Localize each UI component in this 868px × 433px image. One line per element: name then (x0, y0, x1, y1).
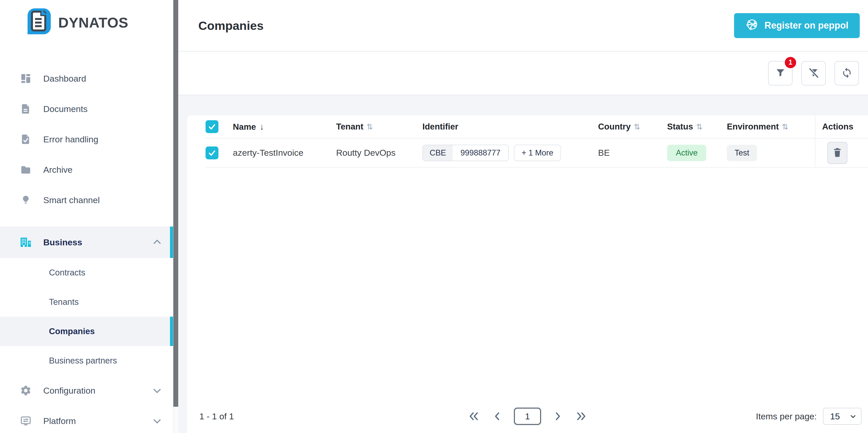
row-checkbox[interactable] (206, 146, 218, 159)
filter-icon (775, 67, 786, 79)
items-per-page-group: Items per page: 15 (756, 408, 862, 425)
row-checkbox-cell (206, 146, 233, 159)
sidebar-item-error-handling[interactable]: Error handling (0, 124, 173, 155)
sidebar-item-label: Smart channel (43, 195, 100, 205)
column-header-identifier: Identifier (423, 122, 598, 132)
sidebar-item-label: Contracts (49, 268, 85, 277)
column-header-country[interactable]: Country⇅ (598, 122, 667, 132)
sidebar-item-documents[interactable]: Documents (0, 94, 173, 124)
clear-filters-button[interactable] (801, 61, 826, 86)
sidebar-item-dashboard[interactable]: Dashboard (0, 63, 173, 94)
items-per-page-select-wrap: 15 (823, 408, 862, 425)
table-row: azerty-TestInvoice Routty DevOps CBE 999… (206, 138, 868, 168)
main-content: Companies Register on peppol (178, 0, 868, 433)
sort-both-icon: ⇅ (367, 123, 373, 131)
column-header-status[interactable]: Status⇅ (667, 122, 727, 132)
chevron-up-icon (152, 237, 162, 247)
results-range-label: 1 - 1 of 1 (199, 411, 234, 422)
environment-badge: Test (727, 145, 757, 161)
filter-button[interactable]: 1 (768, 61, 793, 86)
dynatos-logo-icon (24, 7, 54, 38)
sort-both-icon: ⇅ (782, 123, 788, 131)
sidebar-item-business-partners[interactable]: Business partners (0, 346, 173, 375)
sidebar-nav: Dashboard Documents Error handling (0, 63, 173, 433)
content-area: Name↓ Tenant⇅ Identifier Country⇅ Status… (178, 95, 868, 433)
dashboard-icon (19, 73, 32, 85)
document-check-icon (19, 133, 32, 145)
sidebar-item-tenants[interactable]: Tenants (0, 287, 173, 317)
column-header-name[interactable]: Name↓ (233, 122, 336, 132)
refresh-icon (841, 67, 852, 79)
filter-off-icon (808, 67, 819, 79)
gear-icon (19, 385, 32, 396)
cell-country: BE (598, 148, 667, 158)
refresh-button[interactable] (835, 61, 859, 86)
identifier-more-button[interactable]: + 1 More (514, 145, 561, 161)
platform-icon (19, 415, 32, 427)
sidebar-item-label: Dashboard (43, 74, 86, 84)
sidebar-item-business[interactable]: Business (0, 227, 173, 258)
cell-actions (815, 138, 868, 167)
sidebar-item-platform[interactable]: Platform (0, 406, 173, 433)
sidebar-item-configuration[interactable]: Configuration (0, 375, 173, 406)
identifier-scheme: CBE (423, 145, 453, 161)
peppol-network-icon (745, 18, 759, 33)
sort-both-icon: ⇅ (696, 123, 703, 131)
sidebar-item-label: Configuration (43, 386, 95, 396)
items-per-page-select[interactable]: 15 (823, 408, 862, 425)
cell-identifier: CBE 999888777 + 1 More (423, 145, 598, 161)
cell-name: azerty-TestInvoice (233, 148, 336, 158)
scrollbar-thumb[interactable] (173, 0, 178, 407)
column-header-environment[interactable]: Environment⇅ (727, 122, 815, 132)
status-badge: Active (667, 145, 706, 161)
sort-both-icon: ⇅ (634, 123, 640, 131)
delete-button[interactable] (827, 142, 847, 164)
sidebar-item-companies[interactable]: Companies (0, 317, 173, 346)
companies-table-card: Name↓ Tenant⇅ Identifier Country⇅ Status… (187, 115, 868, 433)
sidebar-item-label: Error handling (43, 134, 98, 144)
page-number-input[interactable] (514, 408, 541, 425)
sidebar-item-smart-channel[interactable]: Smart channel (0, 185, 173, 215)
first-page-button[interactable] (468, 411, 480, 422)
register-on-peppol-button[interactable]: Register on peppol (734, 13, 860, 38)
companies-table: Name↓ Tenant⇅ Identifier Country⇅ Status… (187, 115, 868, 168)
next-page-button[interactable] (554, 411, 561, 422)
filter-count-badge: 1 (785, 57, 796, 68)
chevron-down-icon (152, 386, 162, 396)
table-header-row: Name↓ Tenant⇅ Identifier Country⇅ Status… (206, 115, 868, 138)
sidebar-scrollbar[interactable] (173, 0, 178, 433)
header-checkbox-cell (206, 120, 233, 133)
sidebar-item-label: Business (43, 237, 82, 247)
lightbulb-icon (19, 194, 32, 206)
register-button-label: Register on peppol (765, 20, 848, 31)
cell-environment: Test (727, 145, 815, 161)
building-icon (19, 236, 32, 248)
folder-icon (19, 164, 32, 175)
sidebar-item-label: Business partners (49, 356, 117, 366)
page-title: Companies (198, 19, 264, 33)
column-header-actions: Actions (815, 115, 868, 138)
previous-page-button[interactable] (494, 411, 501, 422)
cell-status: Active (667, 145, 727, 161)
toolbar: 1 (178, 52, 868, 95)
items-per-page-label: Items per page: (756, 411, 817, 422)
page-header: Companies Register on peppol (178, 0, 868, 51)
identifier-value: 999888777 (453, 145, 508, 161)
cell-tenant: Routty DevOps (336, 148, 423, 158)
select-all-checkbox[interactable] (206, 120, 218, 133)
last-page-button[interactable] (575, 411, 587, 422)
document-icon (19, 103, 32, 115)
logo: DYNATOS (24, 7, 128, 38)
sidebar-item-label: Companies (49, 326, 95, 336)
sidebar-item-label: Tenants (49, 297, 79, 307)
chevron-down-icon (152, 416, 162, 426)
sidebar-item-contracts[interactable]: Contracts (0, 258, 173, 287)
sidebar-item-archive[interactable]: Archive (0, 155, 173, 185)
sort-desc-icon: ↓ (260, 122, 264, 132)
column-header-tenant[interactable]: Tenant⇅ (336, 122, 423, 132)
pager-controls (468, 408, 587, 425)
logo-text: DYNATOS (58, 14, 128, 31)
sidebar-item-label: Documents (43, 104, 88, 114)
sidebar-item-label: Archive (43, 165, 72, 175)
sidebar: DYNATOS Dashboard Documents (0, 0, 173, 433)
